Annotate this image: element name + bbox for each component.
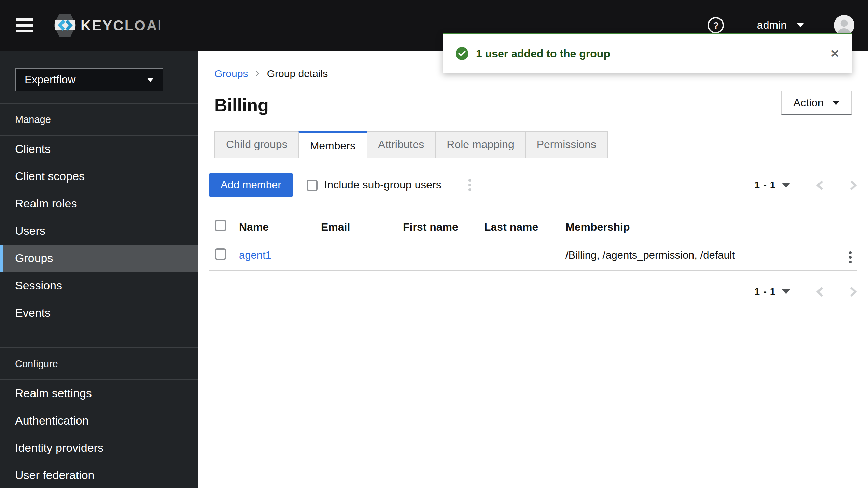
help-glyph: ? (713, 20, 719, 30)
sidebar-section-configure: Configure (0, 348, 198, 379)
person-icon (834, 15, 854, 35)
sidebar-item-events[interactable]: Events (0, 300, 198, 327)
pagination-prev-icon[interactable] (816, 180, 824, 190)
caret-down-icon (782, 183, 790, 187)
member-email: – (321, 240, 403, 271)
member-name-link[interactable]: agent1 (239, 249, 271, 261)
page-title: Billing (214, 95, 852, 116)
col-header-membership: Membership (565, 214, 828, 240)
add-member-button[interactable]: Add member (209, 173, 293, 197)
success-toast: 1 user added to the group ✕ (443, 33, 852, 73)
sidebar-item-users[interactable]: Users (0, 218, 198, 245)
include-subgroup-control: Include sub-group users (306, 179, 441, 191)
sidebar-spacer (0, 327, 198, 347)
members-table: Name Email First name Last name Membersh… (209, 214, 857, 271)
pagination-range-dropdown[interactable]: 1 - 1 (754, 180, 790, 190)
help-icon[interactable]: ? (708, 17, 724, 33)
sidebar: Expertflow Manage Clients Client scopes … (0, 51, 198, 488)
screen: KEYCLOAK ? admin Expertflow (0, 0, 868, 488)
pagination-range-dropdown[interactable]: 1 - 1 (754, 286, 790, 297)
col-header-last-name: Last name (484, 214, 565, 240)
sidebar-item-user-federation[interactable]: User federation (0, 462, 198, 488)
user-menu[interactable]: admin (757, 19, 804, 31)
select-all-checkbox[interactable] (215, 220, 226, 231)
col-header-email: Email (321, 214, 403, 240)
check-circle-icon (456, 47, 468, 60)
breadcrumb-groups-link[interactable]: Groups (214, 67, 248, 79)
caret-down-icon (147, 78, 154, 82)
tab-child-groups[interactable]: Child groups (214, 131, 298, 158)
nav-toggle-icon[interactable] (16, 18, 33, 32)
caret-down-icon (797, 23, 804, 27)
sidebar-item-identity-providers[interactable]: Identity providers (0, 435, 198, 462)
toolbar-kebab-icon[interactable] (466, 176, 474, 194)
row-checkbox[interactable] (215, 248, 226, 260)
tab-role-mapping[interactable]: Role mapping (436, 131, 526, 158)
include-subgroup-label[interactable]: Include sub-group users (324, 179, 441, 191)
username: admin (757, 19, 787, 31)
pagination-range: 1 - 1 (754, 286, 776, 297)
sidebar-item-realm-roles[interactable]: Realm roles (0, 190, 198, 218)
tab-permissions[interactable]: Permissions (526, 131, 608, 158)
realm-selector[interactable]: Expertflow (15, 68, 163, 91)
table-row: agent1 – – – /Billing, /agents_permissio… (209, 240, 857, 271)
tab-bar: Child groups Members Attributes Role map… (198, 131, 868, 158)
sidebar-item-sessions[interactable]: Sessions (0, 272, 198, 300)
keycloak-logo: KEYCLOAK (53, 12, 160, 39)
include-subgroup-checkbox[interactable] (306, 179, 317, 191)
avatar[interactable] (834, 15, 854, 35)
action-dropdown-button[interactable]: Action (781, 91, 852, 115)
pagination-top: 1 - 1 (754, 180, 857, 190)
col-header-first-name: First name (403, 214, 484, 240)
member-membership: /Billing, /agents_permission, /default (565, 240, 828, 271)
masthead-actions: ? admin (708, 15, 854, 35)
keycloak-logo-icon: KEYCLOAK (53, 12, 160, 39)
sidebar-item-groups[interactable]: Groups (0, 245, 198, 272)
pagination-bottom-wrap: 1 - 1 (209, 271, 857, 297)
caret-down-icon (782, 289, 790, 294)
pagination-prev-icon[interactable] (816, 286, 824, 297)
breadcrumb-separator-icon: › (255, 67, 259, 78)
caret-down-icon (832, 101, 839, 105)
main-content: Groups › Group details Billing Action Ch… (198, 51, 868, 488)
sidebar-section-manage: Manage (0, 104, 198, 135)
pagination-next-icon[interactable] (850, 180, 857, 190)
action-label: Action (793, 97, 824, 109)
sidebar-item-clients[interactable]: Clients (0, 136, 198, 163)
realm-name: Expertflow (25, 74, 75, 86)
members-section: Add member Include sub-group users 1 - 1 (198, 158, 868, 297)
toast-message: 1 user added to the group (476, 47, 610, 60)
tab-attributes[interactable]: Attributes (367, 131, 436, 158)
pagination-range: 1 - 1 (754, 180, 776, 190)
member-last-name: – (484, 240, 565, 271)
close-icon[interactable]: ✕ (830, 48, 839, 59)
col-header-name: Name (239, 214, 321, 240)
svg-text:KEYCLOAK: KEYCLOAK (81, 17, 160, 33)
breadcrumb-current: Group details (267, 67, 328, 79)
sidebar-item-client-scopes[interactable]: Client scopes (0, 163, 198, 190)
row-kebab-icon[interactable] (846, 248, 854, 266)
pagination-bottom: 1 - 1 (754, 286, 857, 297)
table-toolbar: Add member Include sub-group users 1 - 1 (209, 172, 857, 198)
pagination-next-icon[interactable] (850, 286, 857, 297)
sidebar-item-authentication[interactable]: Authentication (0, 407, 198, 435)
member-first-name: – (403, 240, 484, 271)
sidebar-item-realm-settings[interactable]: Realm settings (0, 380, 198, 407)
table-header-row: Name Email First name Last name Membersh… (209, 214, 857, 240)
tab-members[interactable]: Members (298, 131, 367, 158)
